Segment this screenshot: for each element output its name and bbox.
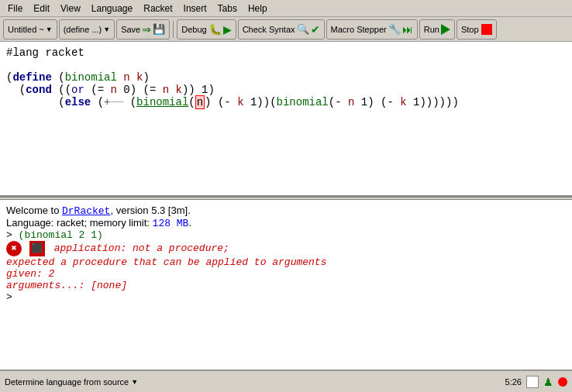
repl-input-line: > (binomial 2 1) <box>6 229 566 241</box>
stop-label: Stop <box>461 25 479 34</box>
debug-button[interactable]: Debug 🐛 ▶ <box>177 19 236 40</box>
error-stop-icon: ⬛ <box>29 241 45 256</box>
repl-welcome-line: Welcome to DrRacket, version 5.3 [3m]. <box>6 205 566 217</box>
or-keyword: or <box>71 84 84 96</box>
editor-area[interactable]: #lang racket (define (binomial n k) (con… <box>0 42 572 197</box>
macro-stepper-button[interactable]: Macro Stepper 🔧 ⏭ <box>326 19 418 40</box>
menu-edit[interactable]: Edit <box>29 2 54 15</box>
k-var-1: k <box>176 84 182 96</box>
n-var-2: n <box>163 84 169 96</box>
check-syntax-label: Check Syntax <box>243 25 295 34</box>
error-circle-icon-1: ✖ <box>6 241 22 256</box>
editor-line-1: #lang racket <box>6 46 566 59</box>
repl-error-line2: expected a procedure that can be applied… <box>6 256 326 268</box>
run-button[interactable]: Run <box>419 19 455 40</box>
menu-racket[interactable]: Racket <box>139 2 177 15</box>
binomial-fn-3: binomial <box>277 96 329 108</box>
save-button[interactable]: Save ⇒ 💾 <box>116 19 170 40</box>
save-floppy-icon: 💾 <box>153 23 165 35</box>
status-person-icon: ♟ <box>543 376 553 388</box>
editor-line-5: (else (+ (binomial(n) (- k 1))(binomial(… <box>6 96 566 108</box>
stop-icon <box>481 24 492 35</box>
else-keyword: else <box>65 96 91 108</box>
status-red-dot-icon <box>558 377 567 387</box>
repl-error-line4-row: arguments...: [none] <box>6 280 566 291</box>
status-position-label: 5:26 <box>505 377 522 387</box>
untitled-chevron-icon: ▼ <box>46 26 53 33</box>
status-bar: Determine language from source ▼ 5:26 ♟ <box>0 370 572 392</box>
repl-error-line1: application: not a procedure; <box>54 242 229 254</box>
repl-error-line3-row: given: 2 <box>6 268 566 280</box>
repl-error-line4: arguments...: [none] <box>6 280 127 291</box>
fn-name: binomial <box>65 71 117 84</box>
repl-area[interactable]: Welcome to DrRacket, version 5.3 [3m]. L… <box>0 200 572 370</box>
fn-open-paren: ( <box>58 71 64 84</box>
repl-prompt-2: > <box>6 291 12 303</box>
macro-stepper-label: Macro Stepper <box>331 25 387 34</box>
n-var-1: n <box>110 84 116 96</box>
save-label: Save <box>121 25 140 34</box>
editor-line-2 <box>6 59 566 71</box>
check-syntax-search-icon: 🔍 <box>297 23 309 35</box>
repl-prompt-1: > <box>6 229 19 241</box>
separator-1 <box>173 21 174 38</box>
repl-memory-text: 128 MB <box>153 218 189 229</box>
debug-icon: 🐛 <box>208 23 222 36</box>
repl-error-line2-row: expected a procedure that can be applied… <box>6 256 566 268</box>
menu-tabs[interactable]: Tabs <box>213 2 242 15</box>
run-icon <box>441 24 450 35</box>
repl-welcome-text: Welcome to <box>6 205 62 216</box>
define-keyword: define <box>12 71 51 84</box>
define-dropdown[interactable]: (define ...) ▼ <box>59 19 115 40</box>
macro-step-icon: ⏭ <box>402 23 413 36</box>
repl-input-1: (binomial 2 1) <box>19 229 103 241</box>
hash-lang-text: #lang racket <box>6 46 84 59</box>
repl-prompt2-line: > <box>6 291 566 303</box>
status-language-chevron-icon: ▼ <box>131 378 138 386</box>
debug-play-icon: ▶ <box>223 23 232 36</box>
k-var-3: k <box>400 96 406 108</box>
editor-line-3: (define (binomial n k) <box>6 71 566 84</box>
repl-lang-text2: . <box>188 217 191 229</box>
repl-welcome-text2: , version 5.3 [3m]. <box>110 205 190 216</box>
menu-bar: File Edit View Language Racket Insert Ta… <box>0 0 572 17</box>
cond-keyword: cond <box>26 84 52 96</box>
binomial-fn-2: binomial <box>136 96 188 108</box>
param-n: n <box>123 71 129 84</box>
k-var-2: k <box>237 96 243 108</box>
untitled-dropdown[interactable]: Untitled ~ ▼ <box>3 19 57 40</box>
status-box-icon <box>526 376 539 388</box>
repl-error-line3: given: 2 <box>6 268 54 280</box>
repl-error-icons-line: ✖ ⬛ application: not a procedure; <box>6 241 566 256</box>
status-right-area: 5:26 ♟ <box>505 376 567 388</box>
menu-help[interactable]: Help <box>243 2 272 15</box>
highlighted-n: n <box>195 95 205 109</box>
save-icon: ⇒ <box>142 23 151 36</box>
menu-insert[interactable]: Insert <box>179 2 212 15</box>
toolbar: Untitled ~ ▼ (define ...) ▼ Save ⇒ 💾 Deb… <box>0 17 572 42</box>
editor-line-4: (cond ((or (= n 0) (= n k)) 1) <box>6 84 566 96</box>
menu-view[interactable]: View <box>56 2 85 15</box>
run-label: Run <box>424 25 439 34</box>
repl-drracket-link[interactable]: DrRacket <box>62 205 110 217</box>
menu-language[interactable]: Language <box>87 2 137 15</box>
status-language-area[interactable]: Determine language from source ▼ <box>5 377 138 387</box>
define-label: (define ...) <box>64 25 102 34</box>
menu-file[interactable]: File <box>3 2 27 15</box>
stop-button[interactable]: Stop <box>457 19 497 40</box>
untitled-label: Untitled ~ <box>8 25 44 34</box>
check-syntax-check-icon: ✔ <box>311 23 320 36</box>
check-syntax-button[interactable]: Check Syntax 🔍 ✔ <box>238 19 325 40</box>
repl-lang-text: Language: racket; memory limit: <box>6 217 153 229</box>
debug-label: Debug <box>181 25 206 34</box>
define-chevron-icon: ▼ <box>103 26 110 33</box>
status-language-label: Determine language from source <box>5 377 129 387</box>
macro-stepper-icon: 🔧 <box>388 23 401 35</box>
repl-lang-line: Language: racket; memory limit: 128 MB. <box>6 217 566 229</box>
